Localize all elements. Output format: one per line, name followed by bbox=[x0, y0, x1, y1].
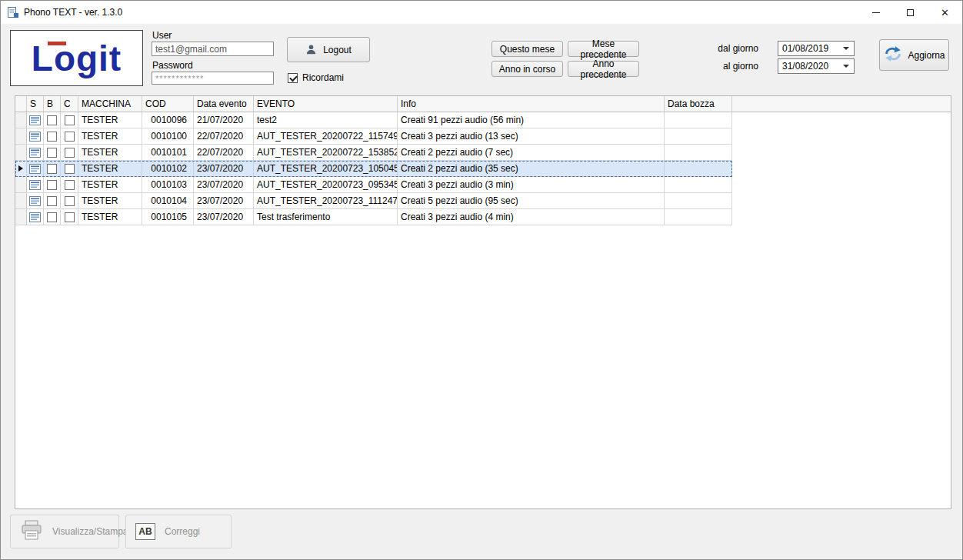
doc-icon-cell[interactable] bbox=[27, 161, 44, 176]
checkbox-c-cell[interactable] bbox=[61, 128, 78, 144]
checkbox[interactable] bbox=[47, 180, 57, 190]
checkbox-c-cell[interactable] bbox=[61, 145, 78, 160]
table-row[interactable]: TESTER 0010104 23/07/2020 AUT_TESTER_202… bbox=[15, 193, 732, 209]
cell-evento: AUT_TESTER_20200722_115749 bbox=[254, 128, 398, 144]
document-icon[interactable] bbox=[29, 212, 41, 222]
minimize-button[interactable] bbox=[858, 1, 893, 24]
col-header-macchina[interactable]: MACCHINA bbox=[78, 96, 142, 112]
row-header[interactable] bbox=[15, 145, 27, 160]
correggi-button[interactable]: AB Correggi bbox=[125, 515, 232, 548]
table-row[interactable]: TESTER 0010101 22/07/2020 AUT_TESTER_202… bbox=[15, 145, 732, 161]
checkbox[interactable] bbox=[47, 132, 57, 142]
checkbox-b-cell[interactable] bbox=[44, 177, 61, 192]
footer: Visualizza/Stampa AB Correggi bbox=[1, 509, 962, 560]
remember-label: Ricordami bbox=[302, 72, 344, 83]
questo-mese-button[interactable]: Questo mese bbox=[491, 41, 563, 57]
doc-icon-cell[interactable] bbox=[27, 112, 44, 128]
col-header-data-evento[interactable]: Data evento bbox=[194, 96, 254, 112]
col-header-c[interactable]: C bbox=[61, 96, 78, 112]
checkbox-b-cell[interactable] bbox=[44, 145, 61, 160]
checkbox[interactable] bbox=[47, 212, 57, 222]
row-header[interactable] bbox=[15, 112, 27, 128]
doc-icon-cell[interactable] bbox=[27, 145, 44, 160]
cell-data-evento: 23/07/2020 bbox=[194, 161, 254, 176]
document-icon[interactable] bbox=[29, 196, 41, 206]
table-row[interactable]: TESTER 0010105 23/07/2020 Test trasferim… bbox=[15, 209, 732, 225]
close-button[interactable]: ✕ bbox=[928, 1, 962, 24]
cell-evento: AUT_TESTER_20200722_153852 bbox=[254, 145, 398, 160]
checkbox-b-cell[interactable] bbox=[44, 209, 61, 225]
checkbox[interactable] bbox=[65, 132, 75, 142]
close-icon: ✕ bbox=[941, 8, 949, 18]
col-header-evento[interactable]: EVENTO bbox=[254, 96, 398, 112]
password-input[interactable] bbox=[152, 72, 274, 85]
col-header-s[interactable]: S bbox=[27, 96, 44, 112]
cell-info: Creati 5 pezzi audio (95 sec) bbox=[398, 193, 665, 208]
visualizza-stampa-button[interactable]: Visualizza/Stampa bbox=[10, 515, 119, 548]
checkbox-b-cell[interactable] bbox=[44, 112, 61, 128]
col-header-cod[interactable]: COD bbox=[142, 96, 194, 112]
doc-icon-cell[interactable] bbox=[27, 128, 44, 144]
remember-checkbox[interactable]: Ricordami bbox=[288, 72, 344, 83]
checkbox-c-cell[interactable] bbox=[61, 209, 78, 225]
row-header[interactable] bbox=[15, 161, 27, 176]
checkbox[interactable] bbox=[47, 115, 57, 125]
document-icon[interactable] bbox=[29, 164, 41, 174]
checkbox[interactable] bbox=[65, 196, 75, 206]
table-row-selected[interactable]: TESTER 0010102 23/07/2020 AUT_TESTER_202… bbox=[15, 161, 732, 177]
checkbox[interactable] bbox=[47, 148, 57, 158]
row-header[interactable] bbox=[15, 209, 27, 225]
cell-macchina: TESTER bbox=[78, 177, 142, 192]
checkbox[interactable] bbox=[65, 164, 75, 174]
row-header[interactable] bbox=[15, 128, 27, 144]
maximize-button[interactable] bbox=[893, 1, 928, 24]
document-icon[interactable] bbox=[29, 132, 41, 142]
events-table: S B C MACCHINA COD Data evento EVENTO In… bbox=[15, 95, 951, 509]
cell-data-evento: 23/07/2020 bbox=[194, 193, 254, 208]
mese-precedente-button[interactable]: Mese precedente bbox=[568, 41, 639, 57]
checkbox[interactable] bbox=[65, 115, 75, 125]
checkbox-b-cell[interactable] bbox=[44, 193, 61, 208]
checkbox-b-cell[interactable] bbox=[44, 128, 61, 144]
col-header-info[interactable]: Info bbox=[398, 96, 665, 112]
document-icon[interactable] bbox=[29, 148, 41, 158]
cell-data-evento: 23/07/2020 bbox=[194, 209, 254, 225]
checkbox[interactable] bbox=[65, 180, 75, 190]
doc-icon-cell[interactable] bbox=[27, 209, 44, 225]
doc-icon-cell[interactable] bbox=[27, 193, 44, 208]
person-icon bbox=[305, 44, 317, 55]
checkbox-c-cell[interactable] bbox=[61, 112, 78, 128]
checkbox-c-cell[interactable] bbox=[61, 161, 78, 176]
checkbox[interactable] bbox=[47, 196, 57, 206]
checkbox-c-cell[interactable] bbox=[61, 193, 78, 208]
doc-icon-cell[interactable] bbox=[27, 177, 44, 192]
checkbox[interactable] bbox=[65, 212, 75, 222]
col-header-b[interactable]: B bbox=[44, 96, 61, 112]
cell-data-evento: 22/07/2020 bbox=[194, 145, 254, 160]
checkbox-icon[interactable] bbox=[288, 73, 298, 83]
anno-in-corso-button[interactable]: Anno in corso bbox=[491, 61, 563, 77]
checkbox-b-cell[interactable] bbox=[44, 161, 61, 176]
logout-button[interactable]: Logout bbox=[287, 37, 370, 62]
anno-precedente-button[interactable]: Anno precedente bbox=[568, 61, 639, 77]
document-icon[interactable] bbox=[29, 180, 41, 190]
col-header-data-bozza[interactable]: Data bozza bbox=[665, 96, 732, 112]
table-row[interactable]: TESTER 0010103 23/07/2020 AUT_TESTER_202… bbox=[15, 177, 732, 193]
table-row[interactable]: TESTER 0010100 22/07/2020 AUT_TESTER_202… bbox=[15, 128, 732, 145]
cell-cod: 0010096 bbox=[142, 112, 194, 128]
user-input[interactable] bbox=[152, 42, 274, 56]
row-header[interactable] bbox=[15, 193, 27, 208]
checkbox[interactable] bbox=[65, 148, 75, 158]
date-to-select[interactable]: 31/08/2020 bbox=[778, 58, 855, 74]
cell-info: Creati 91 pezzi audio (56 min) bbox=[398, 112, 665, 128]
cell-data-evento: 21/07/2020 bbox=[194, 112, 254, 128]
document-icon[interactable] bbox=[29, 115, 41, 125]
correggi-label: Correggi bbox=[165, 526, 200, 537]
aggiorna-button[interactable]: Aggiorna bbox=[879, 39, 949, 71]
table-row[interactable]: TESTER 0010096 21/07/2020 test2 Creati 9… bbox=[15, 112, 732, 128]
date-from-select[interactable]: 01/08/2019 bbox=[778, 41, 855, 56]
cell-data-bozza bbox=[665, 128, 732, 144]
row-header[interactable] bbox=[15, 177, 27, 192]
checkbox[interactable] bbox=[47, 164, 57, 174]
checkbox-c-cell[interactable] bbox=[61, 177, 78, 192]
